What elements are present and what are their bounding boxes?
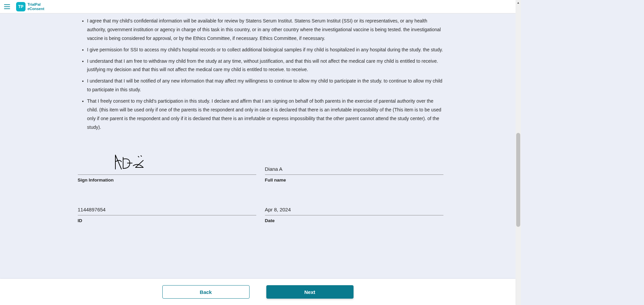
back-button[interactable]: Back (162, 285, 250, 299)
brand-line1: TrialPal (28, 2, 44, 6)
date-label: Date (265, 218, 443, 223)
consent-item: I understand that I am free to withdraw … (87, 57, 443, 74)
app-logo: TP (16, 2, 25, 11)
id-label: ID (78, 218, 256, 223)
signature-image (111, 152, 152, 172)
next-button[interactable]: Next (266, 285, 354, 299)
fullname-value: Diana A (265, 166, 443, 172)
scrollbar-track[interactable] (516, 5, 521, 305)
id-value: 1144897654 (78, 207, 256, 213)
brand-line2: eConsent (28, 7, 44, 11)
scrollbar-thumb[interactable] (516, 133, 520, 227)
scrollbar-up-arrow-icon[interactable]: ▲ (516, 0, 521, 5)
consent-item: I give permission for SSI to access my c… (87, 46, 443, 54)
app-header: TP TrialPal eConsent (0, 0, 521, 13)
footer-nav: Back Next (0, 279, 516, 305)
date-value: Apr 8, 2024 (265, 207, 443, 213)
consent-item: I agree that my child's confidential inf… (87, 17, 443, 43)
consent-item: That I freely consent to my child's part… (87, 97, 443, 132)
consent-item: I understand that I will be notified of … (87, 77, 443, 94)
fullname-label: Full name (265, 177, 443, 183)
consent-bullet-list: I agree that my child's confidential inf… (78, 17, 443, 135)
main-content: I agree that my child's confidential inf… (0, 13, 521, 305)
signature-section: Sign Information Diana A Full name 11448… (78, 151, 443, 223)
menu-icon[interactable] (4, 3, 12, 11)
fullname-field[interactable]: Diana A (265, 151, 443, 175)
brand-name: TrialPal eConsent (28, 2, 44, 10)
id-field[interactable]: 1144897654 (78, 192, 256, 215)
signature-field[interactable] (78, 151, 256, 175)
date-field[interactable]: Apr 8, 2024 (265, 192, 443, 215)
sign-information-label: Sign Information (78, 177, 256, 183)
